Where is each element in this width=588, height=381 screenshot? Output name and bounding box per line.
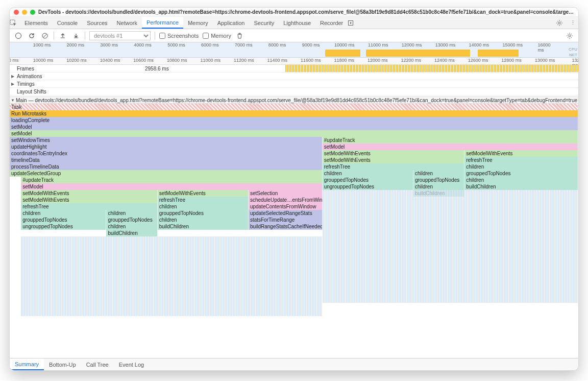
flame-deep[interactable] [323, 250, 578, 256]
flame-bar[interactable]: scheduleUpdate…entsFromWindow [249, 197, 323, 203]
flame-bar[interactable]: updateSelectedRangeStats [249, 210, 323, 217]
flame-bar[interactable]: refreshTree [21, 203, 157, 210]
flame-bar[interactable]: ungrouppedTopNodes [21, 223, 106, 230]
flame-deep[interactable] [21, 303, 322, 309]
flame-deep[interactable] [323, 283, 578, 290]
frames-track[interactable]: Frames 2958.6 ms [10, 65, 578, 73]
flame-bar[interactable]: refreshTree [464, 157, 578, 163]
screenshots-toggle[interactable]: Screenshots [159, 33, 199, 39]
btab-summary[interactable]: Summary [10, 359, 44, 370]
zoom-dot-icon[interactable] [30, 10, 35, 15]
flame-bar[interactable]: children [158, 203, 249, 210]
flame-bar[interactable]: children [106, 223, 157, 230]
flame-deep[interactable] [21, 276, 322, 283]
flame-deep[interactable] [21, 309, 322, 316]
flame-bar[interactable]: children [413, 183, 464, 190]
flame-bar[interactable]: children [21, 210, 106, 217]
memory-toggle[interactable]: Memory [203, 33, 231, 39]
flame-deep[interactable] [323, 236, 578, 243]
close-dot-icon[interactable] [14, 10, 19, 15]
flame-bar[interactable]: buildChildren [106, 230, 157, 236]
flame-bar[interactable]: setModelWithEvents [21, 197, 157, 203]
btab-bottomup[interactable]: Bottom-Up [44, 359, 81, 370]
session-select[interactable]: devtools #1 [89, 31, 151, 40]
flame-deep[interactable] [21, 290, 322, 296]
flame-bar[interactable]: setWindowTimes [10, 137, 323, 144]
flame-deep[interactable] [323, 276, 578, 283]
perf-settings-icon[interactable] [565, 31, 574, 40]
flame-deep[interactable] [323, 190, 578, 197]
flame-deep[interactable] [21, 263, 322, 270]
flame-bar[interactable]: buildChildren [158, 223, 249, 230]
gc-button[interactable] [235, 31, 244, 40]
btab-eventlog[interactable]: Event Log [114, 359, 150, 370]
flame-deep[interactable] [323, 290, 578, 296]
flame-deep[interactable] [323, 230, 578, 236]
tab-application[interactable]: Application [213, 17, 250, 29]
flame-chart[interactable]: TaskRun MicrotasksloadingCompletesetMode… [10, 104, 578, 358]
flame-bar[interactable]: #updateTrack [323, 137, 578, 144]
flame-bar[interactable]: setModelWithEvents [323, 150, 465, 157]
flame-bar[interactable]: #updateTrack [21, 177, 322, 183]
tab-lighthouse[interactable]: Lighthouse [279, 17, 315, 29]
layoutshifts-track[interactable]: Layout Shifts [10, 88, 578, 96]
flame-bar[interactable]: setSelection [249, 190, 323, 197]
time-ruler[interactable]: 9800 ms10000 ms10200 ms10400 ms10600 ms1… [10, 58, 578, 65]
main-thread-header[interactable]: ▼ Main — devtools://devtools/bundled/dev… [10, 97, 578, 104]
flame-bar[interactable]: children [323, 170, 413, 177]
flame-bar[interactable]: grouppedTopNodes [413, 177, 464, 183]
flame-bar[interactable]: loadingComplete [10, 117, 578, 124]
flame-deep[interactable] [323, 296, 578, 303]
flame-bar[interactable]: refreshTree [323, 163, 465, 170]
flame-bar[interactable]: statsForTimeRange [249, 217, 323, 223]
flame-deep[interactable] [21, 250, 322, 256]
flame-bar[interactable]: updateHighlight [10, 144, 323, 150]
flame-deep[interactable] [323, 210, 578, 217]
flame-bar[interactable]: buildChildren [464, 183, 578, 190]
flame-bar[interactable]: setModelWithEvents [158, 190, 249, 197]
flame-bar[interactable]: setModel [10, 124, 578, 130]
settings-icon[interactable] [556, 19, 567, 27]
flame-microtasks[interactable]: Run Microtasks [10, 110, 578, 117]
overview-timeline[interactable]: 1000 ms2000 ms3000 ms4000 ms5000 ms6000 … [10, 42, 578, 58]
flame-bar[interactable]: grouppedTopNodes [21, 217, 106, 223]
flame-deep[interactable] [323, 256, 578, 263]
flame-bar[interactable]: setModel [323, 144, 578, 150]
flame-bar[interactable]: setModelWithEvents [323, 157, 465, 163]
flame-deep[interactable] [21, 296, 322, 303]
flame-bar[interactable]: processTimelineData [10, 163, 323, 170]
tab-recorder[interactable]: Recorder [315, 17, 348, 29]
tab-elements[interactable]: Elements [20, 17, 53, 29]
flame-bar[interactable]: children [158, 217, 249, 223]
inspect-icon[interactable] [10, 19, 20, 27]
tab-network[interactable]: Network [112, 17, 142, 29]
reload-record-button[interactable] [27, 31, 36, 40]
flame-bar[interactable]: setModel [21, 183, 322, 190]
flame-bar[interactable]: setModelWithEvents [21, 190, 157, 197]
flame-bar[interactable]: grouppedTopNodes [464, 170, 578, 177]
flame-deep[interactable] [323, 197, 578, 203]
flame-deep[interactable] [323, 217, 578, 223]
tab-sources[interactable]: Sources [82, 17, 112, 29]
flame-bar[interactable]: setModelWithEvents [464, 150, 578, 157]
tab-performance[interactable]: Performance [142, 17, 183, 29]
flame-bar[interactable]: timelineData [10, 157, 323, 163]
flame-bar[interactable]: setModel [10, 130, 578, 137]
flame-bar[interactable]: refreshTree [158, 197, 249, 203]
flame-bar[interactable]: children [106, 210, 157, 217]
flame-deep[interactable] [21, 243, 322, 250]
flame-bar[interactable]: children [413, 170, 464, 177]
flame-deep[interactable] [323, 203, 578, 210]
tab-console[interactable]: Console [53, 17, 82, 29]
minimize-dot-icon[interactable] [22, 10, 27, 15]
flame-deep[interactable] [21, 270, 322, 276]
flame-bar[interactable]: updateContentsFromWindow [249, 203, 323, 210]
flame-bar[interactable]: grouppedTopNodes [158, 210, 249, 217]
flame-bar[interactable]: coordinatesToEntryIndex [10, 150, 323, 157]
flame-bar[interactable]: updateSelectedGroup [10, 170, 323, 177]
flame-deep[interactable] [323, 243, 578, 250]
flame-deep[interactable] [21, 236, 322, 243]
record-button[interactable] [14, 31, 23, 40]
clear-button[interactable] [40, 31, 50, 40]
flame-bar[interactable]: grouppedTopNodes [106, 217, 157, 223]
